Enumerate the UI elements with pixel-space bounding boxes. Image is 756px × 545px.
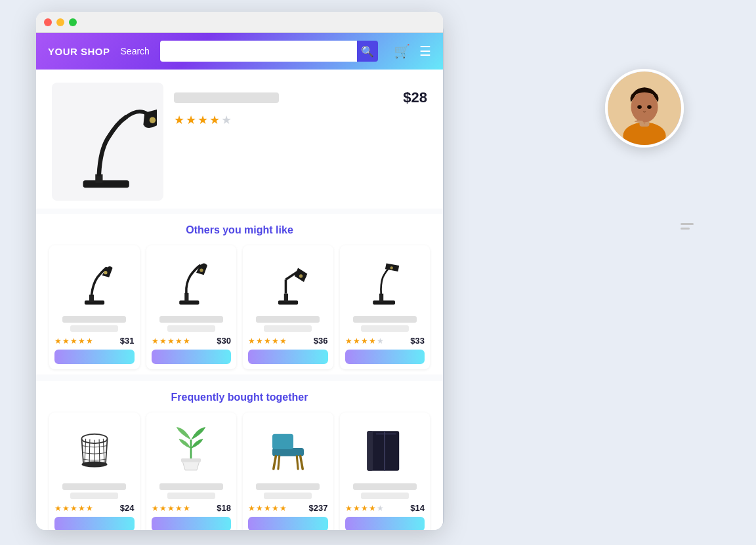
add-to-cart-2[interactable] — [152, 350, 232, 364]
card-sub-placeholder-7 — [264, 493, 312, 499]
add-to-cart-6[interactable] — [152, 517, 232, 530]
lamp-svg-2 — [165, 255, 217, 308]
card-sub-placeholder-1 — [70, 325, 118, 332]
section-others: Others you might like — [36, 214, 443, 374]
shop-logo: YOUR SHOP — [48, 46, 110, 57]
browser-content: $28 ★ ★ ★ ★ ★ Others you might like — [36, 70, 443, 530]
card-sub-placeholder-2 — [167, 325, 215, 332]
product-name-placeholder — [174, 92, 279, 103]
notebook-svg — [358, 422, 411, 475]
product-stars: ★ ★ ★ ★ ★ — [174, 113, 427, 127]
section-fbt-title: Frequently bought together — [49, 392, 430, 403]
header-icons: 🛒 ☰ — [394, 43, 431, 59]
star-4: ★ — [209, 113, 220, 127]
add-to-cart-7[interactable] — [248, 517, 328, 530]
search-label: Search — [121, 46, 150, 56]
search-icon: 🔍 — [361, 45, 374, 58]
card-stars-3: ★ ★ ★ ★ ★ — [248, 336, 287, 346]
card-name-placeholder-4 — [353, 316, 417, 323]
star-1: ★ — [174, 113, 184, 127]
card-price-7: $237 — [309, 503, 328, 513]
add-to-cart-5[interactable] — [54, 517, 135, 530]
svg-line-21 — [85, 439, 86, 464]
card-name-placeholder-3 — [256, 316, 320, 323]
deco-line-2 — [681, 228, 690, 230]
svg-point-44 — [647, 105, 652, 109]
add-to-cart-3[interactable] — [248, 350, 328, 364]
section-others-title: Others you might like — [49, 224, 430, 236]
svg-point-19 — [390, 266, 393, 269]
svg-line-25 — [103, 439, 104, 464]
section-fbt: Frequently bought together — [36, 381, 443, 530]
svg-point-42 — [631, 92, 658, 123]
menu-icon[interactable]: ☰ — [419, 43, 431, 59]
avatar-svg — [608, 69, 681, 148]
card-sub-placeholder-6 — [167, 493, 215, 499]
add-to-cart-4[interactable] — [345, 350, 425, 364]
product-card-5: ★ ★ ★ ★ ★ $24 — [49, 413, 140, 530]
star-3: ★ — [198, 113, 208, 127]
card-price-1: $31 — [120, 336, 135, 346]
svg-line-32 — [300, 456, 303, 470]
svg-rect-12 — [284, 294, 288, 302]
lamp-svg-3 — [262, 255, 314, 308]
deco-line-1 — [681, 223, 694, 225]
browser-titlebar — [36, 12, 443, 33]
svg-line-34 — [297, 456, 298, 470]
minimize-dot[interactable] — [56, 18, 64, 26]
star-2: ★ — [186, 113, 196, 127]
card-name-placeholder-5 — [62, 483, 126, 490]
product-title-bar: $28 — [174, 89, 427, 106]
card-sub-placeholder-4 — [361, 325, 409, 332]
card-bottom-5: ★ ★ ★ ★ ★ $24 — [54, 503, 135, 513]
svg-point-26 — [81, 462, 107, 468]
svg-point-7 — [104, 271, 107, 274]
card-price-3: $36 — [314, 336, 328, 346]
product-card-8: ★ ★ ★ ★ ★ $14 — [340, 413, 430, 530]
svg-point-43 — [637, 105, 642, 109]
add-to-cart-8[interactable] — [345, 517, 425, 530]
card-image-8 — [355, 419, 414, 478]
card-stars-4: ★ ★ ★ ★ ★ — [345, 336, 384, 346]
product-card-1: ★ ★ ★ ★ ★ $31 — [49, 245, 140, 369]
svg-rect-36 — [368, 431, 373, 470]
cart-icon[interactable]: 🛒 — [394, 43, 410, 59]
card-name-placeholder-1 — [62, 316, 126, 323]
card-bottom-7: ★ ★ ★ ★ ★ $237 — [248, 503, 328, 513]
card-image-7 — [259, 419, 318, 478]
card-price-5: $24 — [120, 503, 135, 513]
svg-rect-0 — [83, 180, 129, 188]
search-input[interactable] — [160, 41, 357, 62]
maximize-dot[interactable] — [69, 18, 77, 26]
svg-point-10 — [200, 268, 203, 272]
svg-rect-9 — [184, 293, 188, 302]
browser-window: YOUR SHOP Search 🔍 🛒 ☰ — [36, 12, 443, 530]
card-bottom-8: ★ ★ ★ ★ ★ $14 — [345, 503, 425, 513]
card-name-placeholder-6 — [159, 483, 223, 490]
others-grid: ★ ★ ★ ★ ★ $31 — [49, 245, 430, 369]
card-image-6 — [161, 419, 220, 478]
svg-point-16 — [299, 274, 303, 277]
card-image-3 — [259, 252, 318, 311]
svg-line-31 — [274, 456, 276, 470]
product-card-3: ★ ★ ★ ★ ★ $36 — [243, 245, 333, 369]
product-info: $28 ★ ★ ★ ★ ★ — [174, 83, 427, 201]
svg-rect-29 — [272, 448, 304, 456]
product-detail: $28 ★ ★ ★ ★ ★ — [36, 70, 443, 209]
close-dot[interactable] — [44, 18, 52, 26]
card-name-placeholder-7 — [256, 483, 320, 490]
card-stars-7: ★ ★ ★ ★ ★ — [248, 504, 287, 513]
search-button[interactable]: 🔍 — [357, 41, 378, 62]
product-card-7: ★ ★ ★ ★ ★ $237 — [243, 413, 333, 530]
product-card-6: ★ ★ ★ ★ ★ $18 — [146, 413, 237, 530]
svg-rect-17 — [373, 300, 395, 304]
card-bottom-1: ★ ★ ★ ★ ★ $31 — [54, 336, 135, 346]
svg-rect-27 — [181, 458, 201, 462]
card-sub-placeholder-5 — [70, 493, 118, 499]
card-bottom-2: ★ ★ ★ ★ ★ $30 — [152, 336, 232, 346]
card-image-1 — [65, 252, 124, 311]
lamp-svg-1 — [68, 255, 121, 308]
card-price-8: $14 — [410, 503, 425, 513]
svg-rect-18 — [379, 294, 383, 302]
add-to-cart-1[interactable] — [54, 350, 135, 364]
